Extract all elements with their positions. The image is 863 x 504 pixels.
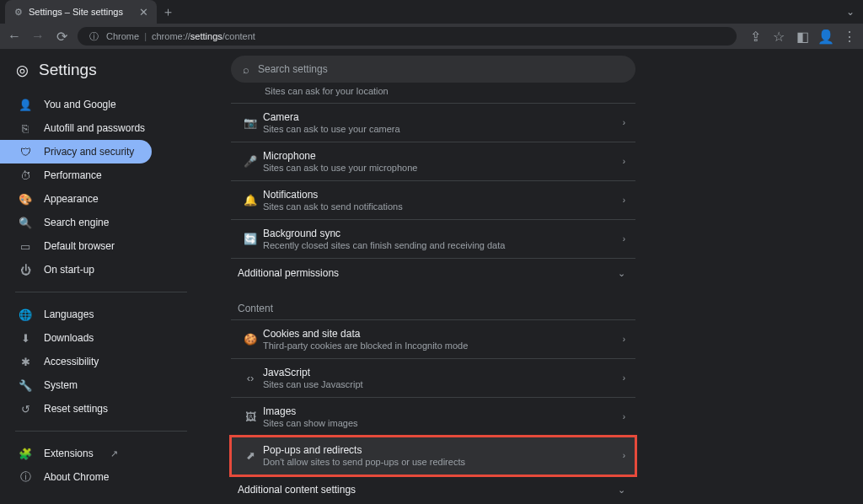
new-tab-button[interactable] bbox=[157, 0, 179, 24]
sidebar-item-label: Languages bbox=[44, 308, 94, 320]
site-info-icon[interactable] bbox=[86, 29, 101, 44]
sidebar-item-label: On start-up bbox=[44, 264, 94, 276]
sidebar-item-privacy-and-security[interactable]: 🛡Privacy and security bbox=[0, 140, 152, 164]
row-subtitle: Sites can ask to send notifications bbox=[263, 201, 623, 212]
content-row-cookies-and-site-data[interactable]: 🍪Cookies and site dataThird-party cookie… bbox=[231, 320, 635, 359]
row-title: Camera bbox=[263, 111, 623, 123]
back-button[interactable] bbox=[7, 29, 22, 44]
chevron-right-icon bbox=[623, 451, 625, 460]
sidebar-item-default-browser[interactable]: ▭Default browser bbox=[0, 234, 194, 258]
chevron-right-icon bbox=[623, 118, 625, 127]
content-list: 🍪Cookies and site dataThird-party cookie… bbox=[231, 319, 635, 475]
chevron-right-icon bbox=[623, 335, 625, 344]
site-settings-panel: Sites can ask for your location 📷CameraS… bbox=[231, 86, 635, 504]
row-text: JavaScriptSites can use Javascript bbox=[263, 367, 623, 389]
primary-icon: ▭ bbox=[19, 239, 32, 253]
content-row-pop-ups-and-redirects[interactable]: ⬈Pop-ups and redirectsDon't allow sites … bbox=[231, 437, 635, 475]
chevron-right-icon bbox=[623, 373, 625, 383]
additional-permissions-expander[interactable]: Additional permissions bbox=[231, 259, 635, 287]
share-icon[interactable] bbox=[748, 29, 762, 43]
primary-icon: ⎘ bbox=[19, 121, 32, 135]
content-section-label: Content bbox=[231, 287, 635, 319]
settings-main: Sites can ask for your location 📷CameraS… bbox=[201, 49, 863, 504]
content-icon: ⬈ bbox=[238, 449, 263, 462]
secondary-icon: ✱ bbox=[19, 355, 32, 368]
sidebar-divider bbox=[15, 292, 187, 292]
footer-icon: ⓘ bbox=[19, 470, 32, 484]
sidebar-item-on-start-up[interactable]: ⏻On start-up bbox=[0, 258, 194, 281]
content-icon: ‹› bbox=[238, 372, 263, 384]
omnibox-separator: | bbox=[144, 31, 147, 41]
app-header: ◎ Settings bbox=[0, 61, 201, 89]
permission-icon: 📷 bbox=[238, 116, 263, 129]
side-panel-icon[interactable] bbox=[796, 29, 809, 43]
row-title: Background sync bbox=[263, 228, 623, 239]
secondary-icon: ↺ bbox=[19, 402, 32, 416]
row-title: JavaScript bbox=[263, 367, 623, 378]
permission-row-camera[interactable]: 📷CameraSites can ask to use your camera bbox=[231, 104, 635, 142]
row-title: Notifications bbox=[263, 189, 623, 201]
chevron-right-icon bbox=[623, 157, 625, 166]
additional-content-expander[interactable]: Additional content settings bbox=[231, 475, 635, 504]
chevron-right-icon bbox=[623, 196, 625, 205]
row-title: Microphone bbox=[263, 150, 623, 162]
permission-row-microphone[interactable]: 🎤MicrophoneSites can ask to use your mic… bbox=[231, 142, 635, 181]
sidebar-item-downloads[interactable]: ⬇Downloads bbox=[0, 326, 194, 350]
sidebar-item-search-engine[interactable]: 🔍Search engine bbox=[0, 211, 194, 234]
sidebar-item-languages[interactable]: 🌐Languages bbox=[0, 303, 194, 326]
profile-icon[interactable] bbox=[819, 29, 833, 43]
sidebar-item-label: Extensions bbox=[44, 448, 94, 459]
sidebar-item-system[interactable]: 🔧System bbox=[0, 373, 194, 397]
sidebar-item-extensions[interactable]: 🧩Extensions bbox=[0, 442, 194, 465]
secondary-icon: 🌐 bbox=[19, 308, 32, 321]
browser-tab[interactable]: ⚙ Settings – Site settings bbox=[5, 0, 157, 24]
row-text: Background syncRecently closed sites can… bbox=[263, 228, 623, 250]
chevron-down-icon bbox=[618, 485, 625, 496]
address-bar[interactable]: Chrome | chrome://settings/content bbox=[78, 27, 737, 46]
bookmark-icon[interactable] bbox=[772, 29, 785, 43]
reload-button[interactable] bbox=[54, 29, 69, 44]
permission-row-notifications[interactable]: 🔔NotificationsSites can ask to send noti… bbox=[231, 181, 635, 220]
primary-icon: ⏱ bbox=[19, 169, 32, 182]
row-subtitle: Third-party cookies are blocked in Incog… bbox=[263, 340, 623, 351]
menu-icon[interactable] bbox=[843, 29, 856, 43]
sidebar-item-about-chrome[interactable]: ⓘAbout Chrome bbox=[0, 465, 194, 489]
sidebar-secondary-group: 🌐Languages⬇Downloads✱Accessibility🔧Syste… bbox=[0, 299, 201, 424]
browser-toolbar: Chrome | chrome://settings/content bbox=[0, 24, 863, 49]
content-row-images[interactable]: 🖼ImagesSites can show images bbox=[231, 398, 635, 437]
sidebar-item-label: Accessibility bbox=[44, 356, 99, 367]
row-title: Cookies and site data bbox=[263, 328, 623, 340]
secondary-icon: 🔧 bbox=[19, 378, 32, 392]
content-row-javascript[interactable]: ‹›JavaScriptSites can use Javascript bbox=[231, 359, 635, 398]
sidebar-item-you-and-google[interactable]: 👤You and Google bbox=[0, 93, 194, 116]
primary-icon: 🛡 bbox=[19, 145, 32, 158]
sidebar-item-appearance[interactable]: 🎨Appearance bbox=[0, 187, 194, 211]
sidebar-primary-group: 👤You and Google⎘Autofill and passwords🛡P… bbox=[0, 89, 201, 285]
close-icon[interactable] bbox=[139, 6, 148, 19]
sidebar-item-label: Default browser bbox=[44, 240, 115, 252]
sidebar-item-reset-settings[interactable]: ↺Reset settings bbox=[0, 397, 194, 421]
tab-overflow-button[interactable] bbox=[838, 0, 863, 24]
search-icon bbox=[243, 63, 249, 76]
location-row-subtitle: Sites can ask for your location bbox=[231, 86, 635, 103]
row-subtitle: Don't allow sites to send pop-ups or use… bbox=[263, 457, 623, 467]
search-settings[interactable] bbox=[231, 56, 635, 83]
sidebar-footer-group: 🧩ExtensionsⓘAbout Chrome bbox=[0, 438, 201, 492]
primary-icon: ⏻ bbox=[19, 263, 32, 276]
sidebar-item-autofill-and-passwords[interactable]: ⎘Autofill and passwords bbox=[0, 116, 194, 140]
sidebar-item-performance[interactable]: ⏱Performance bbox=[0, 164, 194, 187]
forward-button bbox=[30, 29, 46, 44]
permission-row-background-sync[interactable]: 🔄Background syncRecently closed sites ca… bbox=[231, 220, 635, 259]
permission-icon: 🔔 bbox=[238, 194, 263, 206]
sidebar-divider bbox=[15, 431, 187, 432]
content-icon: 🖼 bbox=[238, 410, 263, 423]
search-input[interactable] bbox=[258, 63, 624, 75]
row-text: Cookies and site dataThird-party cookies… bbox=[263, 328, 623, 351]
primary-icon: 🔍 bbox=[19, 216, 32, 229]
primary-icon: 🎨 bbox=[19, 192, 32, 206]
gear-icon: ⚙ bbox=[13, 7, 24, 17]
row-text: CameraSites can ask to use your camera bbox=[263, 111, 623, 134]
footer-icon: 🧩 bbox=[19, 447, 32, 460]
toolbar-right-icons bbox=[748, 29, 856, 43]
sidebar-item-accessibility[interactable]: ✱Accessibility bbox=[0, 350, 194, 373]
